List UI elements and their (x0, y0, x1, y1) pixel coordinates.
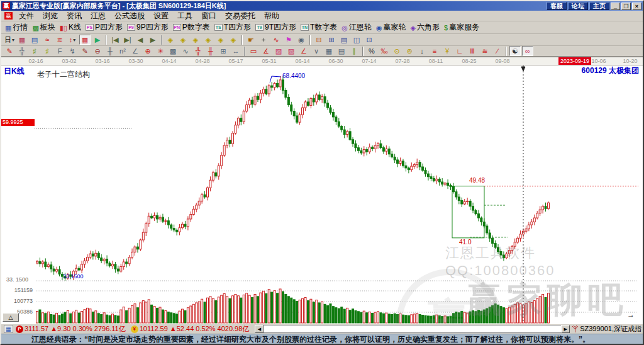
t-number-table-button[interactable]: TNT数字表 (299, 22, 339, 33)
pane-toggle-button[interactable]: △ (3, 313, 19, 322)
n-squared-icon[interactable]: n² (117, 46, 128, 56)
color-fill-icon[interactable]: ▶ (92, 35, 103, 45)
trend-small-icon[interactable]: ≈ (42, 35, 53, 45)
sh-index-quote[interactable]: 3111.57 ▲9.30 0.30% 2796.11亿 (25, 324, 126, 334)
multi-line-icon[interactable]: Ⅲ (467, 46, 478, 56)
shade-box2-icon[interactable]: ▧ (286, 46, 297, 56)
rect-select-icon[interactable]: ▭ (248, 46, 259, 56)
red-band-icon[interactable]: ≡ (429, 46, 440, 56)
wave-icon[interactable]: ∿ (180, 46, 191, 56)
fan-lines-icon[interactable]: ∡ (260, 46, 272, 56)
kline-window-icon[interactable]: ▦ (16, 35, 28, 45)
scroll-right-hint-icon[interactable]: → (627, 310, 635, 319)
menu-item-0[interactable]: 文件 (14, 10, 38, 22)
width-tool-icon[interactable]: ↔ (230, 46, 242, 56)
calculator-icon[interactable]: ⊞ (326, 35, 337, 45)
scroll-right-button[interactable]: ▶ (561, 325, 570, 333)
menu-item-1[interactable]: 浏览 (38, 10, 62, 22)
p-number-table-button[interactable]: PNP数字表 (171, 22, 212, 33)
next-bar-button[interactable]: ▶ (147, 35, 158, 45)
binoculars-icon[interactable]: ◉ (296, 35, 307, 45)
winner-wheel-button[interactable]: ◉赢家轮 (374, 22, 408, 33)
grid-red1-icon[interactable]: ╬ (192, 46, 204, 56)
spiral-tool-icon[interactable]: ↯ (67, 46, 78, 56)
flag-tool-icon[interactable]: ⚑ (283, 35, 294, 45)
gann-diamond-4-icon[interactable]: ◈ (203, 35, 214, 45)
zigzag-tool-icon[interactable]: ∿ (270, 35, 282, 45)
first-page-button[interactable]: |◀ (109, 35, 121, 45)
gold-band-icon[interactable]: ¥ (441, 46, 453, 56)
grid-fine-icon[interactable]: ▦ (323, 46, 335, 56)
status-scrollbar[interactable]: ◀ ▶ (255, 325, 570, 333)
scroll-left-button[interactable]: ◀ (255, 325, 264, 333)
gann-grid-down-icon[interactable]: ♯ (42, 46, 53, 56)
kline-chart-area[interactable]: 02-1603-0203-1603-3004-1404-2805-1705-31… (1, 57, 644, 324)
current-index-label[interactable]: SZ399001,深证成指 (580, 324, 641, 334)
golden-circle2-icon[interactable]: ⊚ (404, 46, 415, 56)
drop-pen-icon[interactable]: ↓ (416, 46, 428, 56)
slash-lines-icon[interactable]: ∥ (348, 46, 360, 56)
title-link-1[interactable]: 论坛 (568, 2, 588, 10)
kline-button[interactable]: ▮▯K线 (58, 22, 83, 33)
grid-dark-icon[interactable]: ▩ (167, 46, 179, 56)
panel-lines-icon[interactable]: ▤ (336, 46, 347, 56)
prev-bar-button[interactable]: ◀ (135, 35, 146, 45)
sz-index-quote[interactable]: 10112.59 ▲52.44 0.52% 4020.98亿 (140, 324, 250, 334)
fan-red-icon[interactable]: ≋ (479, 46, 491, 56)
menu-item-4[interactable]: 公式选股 (110, 10, 149, 22)
t-square-button[interactable]: TST四方形 (213, 22, 253, 33)
gann-grid-up-icon[interactable]: ♯ (29, 46, 40, 56)
infinity-icon[interactable]: ∞ (522, 46, 533, 56)
title-link-2[interactable]: 主页 (589, 2, 609, 10)
pen2-tool-icon[interactable]: ✎ (79, 46, 91, 56)
angle-pointer-icon[interactable]: ∠ (130, 46, 141, 56)
gann-diamond-3-icon[interactable]: ◈ (190, 35, 201, 45)
hexagon-button[interactable]: ◈六角形 (409, 22, 441, 33)
9t-square-button[interactable]: T99T四方形 (253, 22, 298, 33)
menu-item-5[interactable]: 设置 (149, 10, 173, 22)
calendar-icon[interactable]: ⊟ (313, 35, 325, 45)
slope-line-icon[interactable]: ∕ (492, 46, 503, 56)
angle-line-icon[interactable]: ∠ (298, 46, 309, 56)
menu-item-3[interactable]: 江恩 (86, 10, 110, 22)
minimize-button[interactable]: _ (611, 3, 620, 10)
title-link-0[interactable]: 客服 (547, 2, 567, 10)
gann-circle-icon[interactable]: ⊕ (142, 46, 153, 56)
quote-grid-icon[interactable]: ▦ (4, 325, 13, 333)
angle-l-icon[interactable]: ∟ (454, 46, 465, 56)
save-icon[interactable]: ◫ (351, 35, 362, 45)
memo-icon[interactable]: ▤ (338, 35, 350, 45)
yinyang-icon[interactable]: ☯ (509, 46, 521, 56)
period-day-dropdown[interactable]: 日▾ (4, 35, 15, 45)
tools-icon[interactable]: ⊡ (364, 35, 375, 45)
fib-tool-icon[interactable]: F (54, 46, 65, 56)
grid-box-icon[interactable]: ⊞ (218, 46, 229, 56)
winner-service-button[interactable]: $赢家服务 (442, 22, 481, 33)
sectors-button[interactable]: ▩板块 (30, 22, 57, 33)
gann-diamond-6-icon[interactable]: ◈ (228, 35, 239, 45)
restore-button[interactable]: ❐ (621, 3, 631, 10)
shade-box1-icon[interactable]: ▨ (273, 46, 284, 56)
candle-tool-icon[interactable]: ↕▾ (67, 35, 78, 45)
cycle-circle-icon[interactable]: ⊖ (92, 46, 103, 56)
menu-item-7[interactable]: 窗口 (197, 10, 221, 22)
gann-grid-icon[interactable]: ╬ (16, 46, 28, 56)
hand-tool-icon[interactable]: ☛ (245, 35, 257, 45)
menu-item-6[interactable]: 工具 (173, 10, 197, 22)
golden-circle1-icon[interactable]: ⊙ (391, 46, 402, 56)
gann-diamond-5-icon[interactable]: ◈ (215, 35, 226, 45)
permille-tool-icon[interactable]: ‰ (379, 46, 390, 56)
menu-item-9[interactable]: 帮助 (260, 10, 284, 22)
gann-diamond-1-icon[interactable]: ◈ (165, 35, 176, 45)
zigzag-line-icon[interactable]: ∨ (311, 46, 322, 56)
9p-square-button[interactable]: P99P四方形 (125, 22, 170, 33)
p-square-button[interactable]: PSP四方形 (84, 22, 125, 33)
grid-red2-icon[interactable]: ╫ (205, 46, 216, 56)
kline-style-icon[interactable]: ▦ (79, 35, 91, 45)
scroll-track[interactable] (264, 325, 561, 333)
gann-diamond-2-icon[interactable]: ◈ (177, 35, 189, 45)
starburst-icon[interactable]: ✳ (155, 46, 166, 56)
percent-tool-icon[interactable]: % (366, 46, 377, 56)
pencil-tool-icon[interactable]: ✎ (4, 46, 15, 56)
last-page-button[interactable]: ▶| (122, 35, 133, 45)
